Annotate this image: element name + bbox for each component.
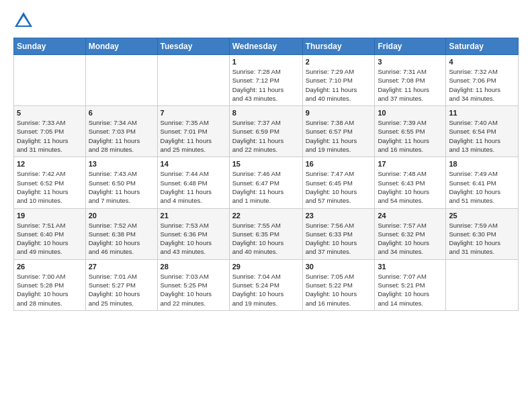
page: SundayMondayTuesdayWednesdayThursdayFrid…: [0, 0, 532, 411]
day-number: 2: [306, 58, 372, 66]
day-number: 5: [17, 109, 83, 117]
weekday-header-tuesday: Tuesday: [157, 38, 229, 55]
day-info: Sunrise: 7:40 AM Sunset: 6:54 PM Dayligh…: [449, 118, 515, 154]
day-number: 26: [17, 263, 83, 271]
day-number: 12: [17, 160, 83, 168]
calendar-cell: 27Sunrise: 7:01 AM Sunset: 5:27 PM Dayli…: [85, 259, 157, 310]
day-info: Sunrise: 7:32 AM Sunset: 7:06 PM Dayligh…: [449, 67, 515, 103]
logo-icon: [13, 11, 34, 31]
calendar-cell: 20Sunrise: 7:52 AM Sunset: 6:38 PM Dayli…: [85, 208, 157, 259]
calendar-cell: 23Sunrise: 7:56 AM Sunset: 6:33 PM Dayli…: [302, 208, 375, 259]
day-number: 6: [89, 109, 154, 117]
day-info: Sunrise: 7:33 AM Sunset: 7:05 PM Dayligh…: [17, 118, 83, 154]
calendar-week-3: 12Sunrise: 7:42 AM Sunset: 6:52 PM Dayli…: [14, 157, 519, 208]
calendar-cell: 6Sunrise: 7:34 AM Sunset: 7:03 PM Daylig…: [85, 106, 157, 157]
day-number: 31: [378, 263, 443, 271]
calendar-cell: 5Sunrise: 7:33 AM Sunset: 7:05 PM Daylig…: [14, 106, 86, 157]
calendar-cell: 30Sunrise: 7:05 AM Sunset: 5:22 PM Dayli…: [302, 259, 375, 310]
weekday-header-saturday: Saturday: [446, 38, 519, 55]
logo: [13, 11, 36, 31]
calendar-week-5: 26Sunrise: 7:00 AM Sunset: 5:28 PM Dayli…: [14, 259, 519, 310]
day-number: 20: [89, 212, 154, 220]
calendar-cell: 1Sunrise: 7:28 AM Sunset: 7:12 PM Daylig…: [229, 55, 302, 106]
day-info: Sunrise: 7:05 AM Sunset: 5:22 PM Dayligh…: [306, 272, 372, 308]
calendar-cell: 24Sunrise: 7:57 AM Sunset: 6:32 PM Dayli…: [375, 208, 446, 259]
day-info: Sunrise: 7:42 AM Sunset: 6:52 PM Dayligh…: [17, 169, 83, 205]
day-info: Sunrise: 7:57 AM Sunset: 6:32 PM Dayligh…: [378, 221, 443, 257]
weekday-header-sunday: Sunday: [14, 38, 86, 55]
calendar-cell: 28Sunrise: 7:03 AM Sunset: 5:25 PM Dayli…: [157, 259, 229, 310]
day-number: 9: [306, 109, 372, 117]
calendar-cell: 12Sunrise: 7:42 AM Sunset: 6:52 PM Dayli…: [14, 157, 86, 208]
calendar-cell: [157, 55, 229, 106]
day-number: 28: [161, 263, 226, 271]
day-number: 23: [306, 212, 372, 220]
day-info: Sunrise: 7:47 AM Sunset: 6:45 PM Dayligh…: [306, 169, 372, 205]
day-info: Sunrise: 7:51 AM Sunset: 6:40 PM Dayligh…: [17, 221, 83, 257]
calendar-week-2: 5Sunrise: 7:33 AM Sunset: 7:05 PM Daylig…: [14, 106, 519, 157]
day-number: 1: [232, 58, 300, 66]
day-number: 30: [306, 263, 372, 271]
calendar-cell: 21Sunrise: 7:53 AM Sunset: 6:36 PM Dayli…: [157, 208, 229, 259]
day-info: Sunrise: 7:04 AM Sunset: 5:24 PM Dayligh…: [232, 272, 300, 308]
day-info: Sunrise: 7:31 AM Sunset: 7:08 PM Dayligh…: [378, 67, 443, 103]
calendar-cell: [85, 55, 157, 106]
calendar-cell: 15Sunrise: 7:46 AM Sunset: 6:47 PM Dayli…: [229, 157, 302, 208]
day-number: 8: [232, 109, 300, 117]
calendar-table: SundayMondayTuesdayWednesdayThursdayFrid…: [13, 38, 519, 311]
day-number: 24: [378, 212, 443, 220]
day-info: Sunrise: 7:28 AM Sunset: 7:12 PM Dayligh…: [232, 67, 300, 103]
weekday-header-friday: Friday: [375, 38, 446, 55]
day-number: 11: [449, 109, 515, 117]
calendar-cell: 10Sunrise: 7:39 AM Sunset: 6:55 PM Dayli…: [375, 106, 446, 157]
calendar-cell: 22Sunrise: 7:55 AM Sunset: 6:35 PM Dayli…: [229, 208, 302, 259]
calendar-cell: 11Sunrise: 7:40 AM Sunset: 6:54 PM Dayli…: [446, 106, 519, 157]
day-info: Sunrise: 7:01 AM Sunset: 5:27 PM Dayligh…: [89, 272, 154, 308]
day-info: Sunrise: 7:56 AM Sunset: 6:33 PM Dayligh…: [306, 221, 372, 257]
weekday-header-row: SundayMondayTuesdayWednesdayThursdayFrid…: [14, 38, 519, 55]
day-number: 25: [449, 212, 515, 220]
day-info: Sunrise: 7:53 AM Sunset: 6:36 PM Dayligh…: [161, 221, 226, 257]
day-number: 29: [232, 263, 300, 271]
day-info: Sunrise: 7:48 AM Sunset: 6:43 PM Dayligh…: [378, 169, 443, 205]
day-info: Sunrise: 7:29 AM Sunset: 7:10 PM Dayligh…: [306, 67, 372, 103]
day-info: Sunrise: 7:38 AM Sunset: 6:57 PM Dayligh…: [306, 118, 372, 154]
day-number: 22: [232, 212, 300, 220]
day-info: Sunrise: 7:55 AM Sunset: 6:35 PM Dayligh…: [232, 221, 300, 257]
day-number: 10: [378, 109, 443, 117]
header: [13, 11, 519, 31]
day-number: 27: [89, 263, 154, 271]
calendar-cell: 3Sunrise: 7:31 AM Sunset: 7:08 PM Daylig…: [375, 55, 446, 106]
calendar-cell: [14, 55, 86, 106]
calendar-cell: 2Sunrise: 7:29 AM Sunset: 7:10 PM Daylig…: [302, 55, 375, 106]
day-info: Sunrise: 7:43 AM Sunset: 6:50 PM Dayligh…: [89, 169, 154, 205]
calendar-cell: 9Sunrise: 7:38 AM Sunset: 6:57 PM Daylig…: [302, 106, 375, 157]
day-number: 19: [17, 212, 83, 220]
calendar-cell: [446, 259, 519, 310]
day-number: 21: [161, 212, 226, 220]
day-info: Sunrise: 7:03 AM Sunset: 5:25 PM Dayligh…: [161, 272, 226, 308]
calendar-cell: 18Sunrise: 7:49 AM Sunset: 6:41 PM Dayli…: [446, 157, 519, 208]
day-number: 17: [378, 160, 443, 168]
day-number: 14: [161, 160, 226, 168]
day-number: 3: [378, 58, 443, 66]
calendar-cell: 13Sunrise: 7:43 AM Sunset: 6:50 PM Dayli…: [85, 157, 157, 208]
calendar-cell: 14Sunrise: 7:44 AM Sunset: 6:48 PM Dayli…: [157, 157, 229, 208]
day-info: Sunrise: 7:00 AM Sunset: 5:28 PM Dayligh…: [17, 272, 83, 308]
day-number: 15: [232, 160, 300, 168]
calendar-cell: 26Sunrise: 7:00 AM Sunset: 5:28 PM Dayli…: [14, 259, 86, 310]
weekday-header-wednesday: Wednesday: [229, 38, 302, 55]
weekday-header-monday: Monday: [85, 38, 157, 55]
calendar-cell: 8Sunrise: 7:37 AM Sunset: 6:59 PM Daylig…: [229, 106, 302, 157]
day-number: 16: [306, 160, 372, 168]
day-info: Sunrise: 7:34 AM Sunset: 7:03 PM Dayligh…: [89, 118, 154, 154]
calendar-cell: 29Sunrise: 7:04 AM Sunset: 5:24 PM Dayli…: [229, 259, 302, 310]
calendar-cell: 25Sunrise: 7:59 AM Sunset: 6:30 PM Dayli…: [446, 208, 519, 259]
calendar-cell: 4Sunrise: 7:32 AM Sunset: 7:06 PM Daylig…: [446, 55, 519, 106]
day-info: Sunrise: 7:52 AM Sunset: 6:38 PM Dayligh…: [89, 221, 154, 257]
day-info: Sunrise: 7:46 AM Sunset: 6:47 PM Dayligh…: [232, 169, 300, 205]
calendar-cell: 17Sunrise: 7:48 AM Sunset: 6:43 PM Dayli…: [375, 157, 446, 208]
day-info: Sunrise: 7:49 AM Sunset: 6:41 PM Dayligh…: [449, 169, 515, 205]
day-info: Sunrise: 7:35 AM Sunset: 7:01 PM Dayligh…: [161, 118, 226, 154]
day-number: 13: [89, 160, 154, 168]
